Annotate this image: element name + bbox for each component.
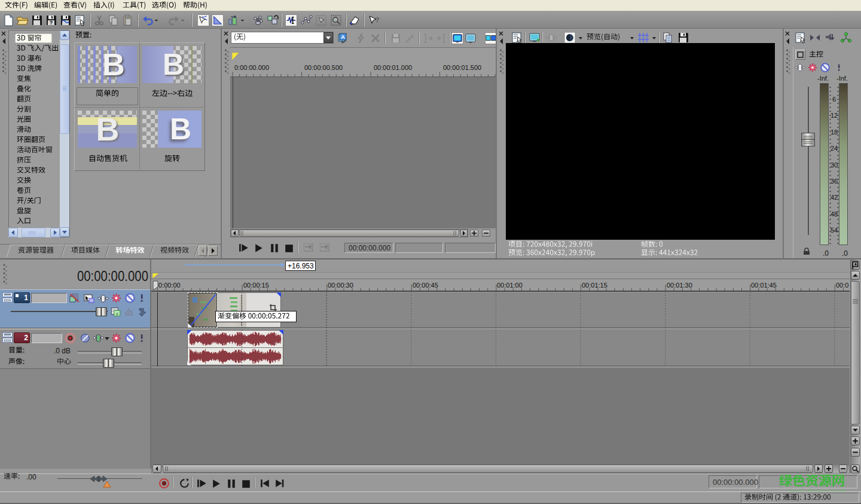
svg-text:?: ?: [375, 15, 380, 24]
svg-text:?: ?: [50, 20, 53, 26]
svg-text:a: a: [116, 311, 118, 316]
svg-text:A: A: [341, 34, 345, 40]
